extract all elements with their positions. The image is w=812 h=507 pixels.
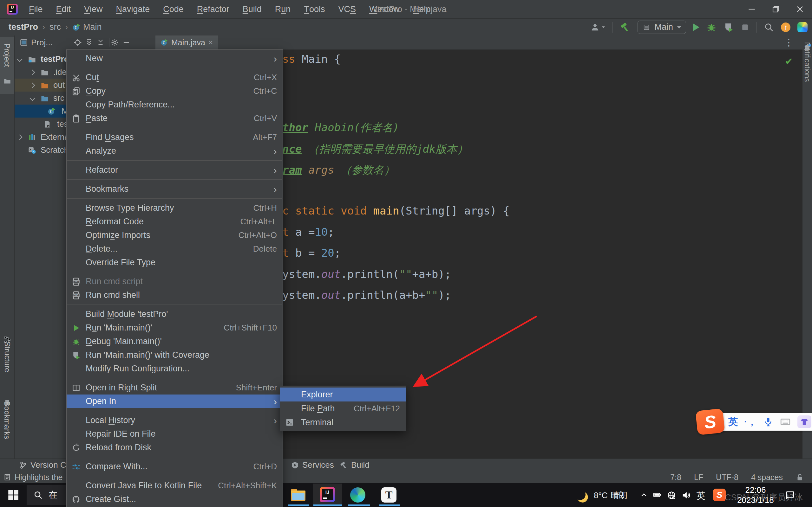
build-tab[interactable]: Build xyxy=(340,459,369,471)
context-menu-item-create-gist[interactable]: Create Gist... xyxy=(67,493,283,506)
context-menu-item-override-file-type[interactable]: Override File Type xyxy=(67,256,283,269)
toolbox-gradient-icon[interactable] xyxy=(798,22,808,32)
context-menu-item-refactor[interactable]: Refactor› xyxy=(67,163,283,177)
start-button[interactable] xyxy=(8,489,19,501)
menu-code[interactable]: Code xyxy=(156,0,190,18)
context-menu-item-paste[interactable]: PasteCtrl+V xyxy=(67,112,283,125)
context-menu-item-compare-with[interactable]: Compare With...Ctrl+D xyxy=(67,460,283,473)
line-separator[interactable]: LF xyxy=(694,473,703,482)
unlock-icon[interactable] xyxy=(796,473,804,481)
context-menu-item-reload-from-disk[interactable]: Reload from Disk xyxy=(67,441,283,454)
context-menu-item-copy[interactable]: CopyCtrl+C xyxy=(67,84,283,98)
indent[interactable]: 4 spaces xyxy=(751,473,783,482)
context-menu-item-delete[interactable]: Delete...Delete xyxy=(67,242,283,256)
menu-view[interactable]: View xyxy=(78,0,109,18)
encoding[interactable]: UTF-8 xyxy=(716,473,739,482)
chevron-right-icon[interactable] xyxy=(30,82,35,88)
context-menu-item-local-history[interactable]: Local History› xyxy=(67,413,283,427)
restore-button[interactable] xyxy=(764,0,788,18)
sogou-punctuation[interactable]: ·， xyxy=(744,415,757,429)
menu-navigate[interactable]: Navigate xyxy=(109,0,157,18)
services-tab[interactable]: Services xyxy=(291,459,334,471)
chevron-right-icon[interactable] xyxy=(30,69,35,75)
typora-app-icon[interactable]: T xyxy=(381,487,397,503)
context-menu-item-analyze[interactable]: Analyze› xyxy=(67,144,283,158)
context-menu-item-open-in-right-split[interactable]: Open in Right SplitShift+Enter xyxy=(67,381,283,395)
volume-icon[interactable] xyxy=(681,491,691,500)
breadcrumb-src[interactable]: src xyxy=(49,22,61,32)
profile-icon[interactable] xyxy=(590,22,606,32)
expand-all-icon[interactable] xyxy=(85,38,93,47)
debug-icon[interactable] xyxy=(706,22,716,32)
context-menu-item-build-module-testpro[interactable]: Build Module 'testPro' xyxy=(67,307,283,321)
sogou-keyboard-icon[interactable] xyxy=(780,416,791,427)
minimize-button[interactable] xyxy=(740,0,764,18)
weather-moon-icon[interactable] xyxy=(575,489,586,500)
run-icon[interactable] xyxy=(693,23,699,31)
build-hammer-icon[interactable] xyxy=(620,22,630,33)
context-menu-item-new[interactable]: New› xyxy=(67,52,283,65)
submenu-item-explorer[interactable]: Explorer xyxy=(280,388,406,401)
context-menu-item-repair-ide-on-file[interactable]: Repair IDE on File xyxy=(67,427,283,441)
open-in-submenu: ExplorerFile PathCtrl+Alt+F12Terminal xyxy=(280,386,406,431)
sogou-skin-icon[interactable] xyxy=(798,415,811,428)
menu-build[interactable]: Build xyxy=(236,0,268,18)
close-button[interactable] xyxy=(788,0,812,18)
settings-gear-icon[interactable] xyxy=(111,38,119,47)
caret-position[interactable]: 7:8 xyxy=(670,473,681,482)
update-icon[interactable]: ↑ xyxy=(781,22,791,32)
context-menu-item-run-cmd-script[interactable]: CMDRun cmd script xyxy=(67,275,283,288)
context-menu-item-open-in[interactable]: Open In› xyxy=(67,395,283,408)
locate-icon[interactable] xyxy=(73,38,82,47)
context-menu-item-run-main-main[interactable]: Run 'Main.main()'Ctrl+Shift+F10 xyxy=(67,321,283,335)
chevron-right-icon[interactable] xyxy=(17,134,22,140)
breadcrumb-main[interactable]: Main xyxy=(83,22,102,32)
context-menu: New›CutCtrl+XCopyCtrl+CCopy Path/Referen… xyxy=(66,49,283,507)
menu-file[interactable]: File xyxy=(22,0,49,18)
breadcrumb-testpro[interactable]: testPro xyxy=(9,22,38,32)
edge-app-icon[interactable] xyxy=(350,487,365,503)
context-menu-item-debug-main-main[interactable]: Debug 'Main.main()' xyxy=(67,335,283,348)
stop-icon[interactable] xyxy=(741,23,750,32)
context-menu-item-find-usages[interactable]: Find UsagesAlt+F7 xyxy=(67,130,283,144)
menu-edit[interactable]: Edit xyxy=(49,0,78,18)
stripe-tab-bookmarks[interactable]: Bookmarks xyxy=(0,416,14,425)
sogou-logo-icon[interactable]: S xyxy=(695,408,725,435)
collapse-all-icon[interactable] xyxy=(96,38,105,47)
context-menu-item-cut[interactable]: CutCtrl+X xyxy=(67,71,283,84)
chevron-down-icon[interactable] xyxy=(30,95,35,101)
idea-taskbar-tile[interactable]: IJ xyxy=(313,484,342,506)
context-menu-item-optimize-imports[interactable]: Optimize ImportsCtrl+Alt+O xyxy=(67,228,283,242)
menu-refactor[interactable]: Refactor xyxy=(190,0,236,18)
menu-tools[interactable]: Tools xyxy=(297,0,332,18)
tray-chevron-icon[interactable] xyxy=(640,491,648,499)
stripe-tab-structure[interactable]: Structure xyxy=(0,352,14,361)
run-configuration-select[interactable]: Main xyxy=(638,20,686,34)
context-menu-item-run-main-main-with-coverage[interactable]: Run 'Main.main()' with Coverage xyxy=(67,348,283,362)
context-menu-item-browse-type-hierarchy[interactable]: Browse Type HierarchyCtrl+H xyxy=(67,201,283,215)
run-with-coverage-icon[interactable] xyxy=(723,22,734,32)
context-menu-item-bookmarks[interactable]: Bookmarks› xyxy=(67,182,283,196)
sogou-mic-icon[interactable] xyxy=(763,416,773,427)
sogou-tray-icon[interactable]: S xyxy=(713,489,726,501)
git-branch-icon xyxy=(19,461,27,469)
stripe-tab-project[interactable]: Project xyxy=(0,37,14,94)
submenu-item-terminal[interactable]: Terminal xyxy=(280,415,406,429)
version-control-widget[interactable]: Version Co xyxy=(19,459,71,471)
ime-indicator[interactable]: 英 xyxy=(697,490,705,502)
submenu-item-file-path[interactable]: File PathCtrl+Alt+F12 xyxy=(280,401,406,415)
menu-run[interactable]: Run xyxy=(268,0,298,18)
hide-panel-icon[interactable] xyxy=(122,38,131,47)
search-everywhere-icon[interactable] xyxy=(764,22,774,32)
network-globe-icon[interactable] xyxy=(667,491,676,500)
context-menu-item-copy-path-reference[interactable]: Copy Path/Reference... xyxy=(67,98,283,112)
chevron-down-icon[interactable] xyxy=(17,56,22,62)
battery-icon[interactable] xyxy=(652,491,662,499)
context-menu-item-run-cmd-shell[interactable]: CMDRun cmd shell xyxy=(67,288,283,302)
file-explorer-icon[interactable] xyxy=(291,489,305,501)
sogou-mode-chinese-english[interactable]: 英 xyxy=(728,415,738,429)
context-menu-item-reformat-code[interactable]: Reformat CodeCtrl+Alt+L xyxy=(67,215,283,228)
weather-widget[interactable]: 8°C晴朗 xyxy=(594,490,627,501)
context-menu-item-convert-java-file-to-kotlin-file[interactable]: Convert Java File to Kotlin FileCtrl+Alt… xyxy=(67,479,283,493)
context-menu-item-modify-run-configuration[interactable]: Modify Run Configuration... xyxy=(67,362,283,376)
